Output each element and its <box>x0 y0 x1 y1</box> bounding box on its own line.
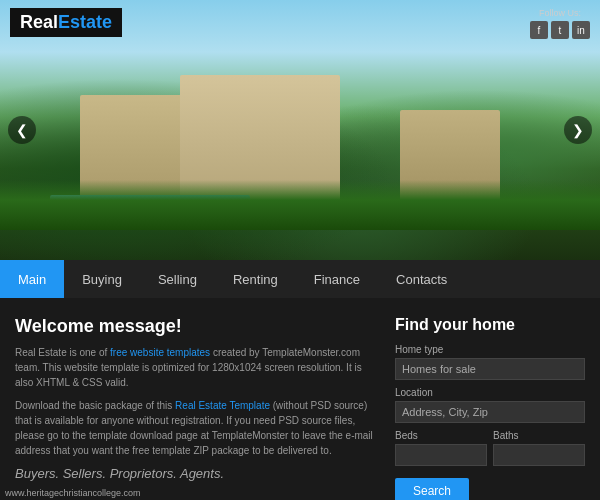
hero-prev-arrow[interactable]: ❮ <box>8 116 36 144</box>
nav-main[interactable]: Main <box>0 260 64 298</box>
beds-group: Beds <box>395 430 487 473</box>
location-select[interactable]: Address, City, Zip <box>395 401 585 423</box>
location-group: Location Address, City, Zip <box>395 387 585 430</box>
welcome-paragraph-1: Real Estate is one of free website templ… <box>15 345 375 390</box>
baths-group: Baths <box>493 430 585 473</box>
beds-select[interactable] <box>395 444 487 466</box>
welcome-paragraph-2: Download the basic package of this Real … <box>15 398 375 458</box>
nav-buying[interactable]: Buying <box>64 260 140 298</box>
baths-label: Baths <box>493 430 585 441</box>
home-type-select[interactable]: Homes for sale <box>395 358 585 380</box>
logo-estate: Estate <box>58 12 112 33</box>
location-label: Location <box>395 387 585 398</box>
beds-baths-row: Beds Baths <box>395 430 585 473</box>
home-type-label: Home type <box>395 344 585 355</box>
social-icons: f t in <box>530 21 590 39</box>
follow-us-section: Follow Us: f t in <box>530 8 590 39</box>
hero-next-arrow[interactable]: ❯ <box>564 116 592 144</box>
welcome-title: Welcome message! <box>15 316 375 337</box>
right-column: Find your home Home type Homes for sale … <box>395 316 585 482</box>
nav-renting[interactable]: Renting <box>215 260 296 298</box>
twitter-icon[interactable]: t <box>551 21 569 39</box>
facebook-icon[interactable]: f <box>530 21 548 39</box>
navigation-bar: Main Buying Selling Renting Finance Cont… <box>0 260 600 298</box>
beds-label: Beds <box>395 430 487 441</box>
nav-selling[interactable]: Selling <box>140 260 215 298</box>
logo: RealEstate <box>10 8 122 37</box>
tagline: Buyers. Sellers. Proprietors. Agents. <box>15 466 375 481</box>
main-content: Welcome message! Real Estate is one of f… <box>0 298 600 500</box>
nav-finance[interactable]: Finance <box>296 260 378 298</box>
home-type-group: Home type Homes for sale <box>395 344 585 387</box>
find-home-title: Find your home <box>395 316 585 334</box>
baths-select[interactable] <box>493 444 585 466</box>
link-free-templates[interactable]: free website templates <box>110 347 210 358</box>
hero-section: RealEstate Follow Us: f t in ❮ ❯ <box>0 0 600 260</box>
vegetation <box>0 180 600 230</box>
search-button[interactable]: Search <box>395 478 469 500</box>
logo-real: Real <box>20 12 58 33</box>
nav-contacts[interactable]: Contacts <box>378 260 465 298</box>
link-real-estate-template[interactable]: Real Estate Template <box>175 400 270 411</box>
left-column: Welcome message! Real Estate is one of f… <box>15 316 395 482</box>
linkedin-icon[interactable]: in <box>572 21 590 39</box>
follow-us-label: Follow Us: <box>530 8 590 18</box>
watermark: www.heritagechristiancollege.com <box>5 488 141 498</box>
